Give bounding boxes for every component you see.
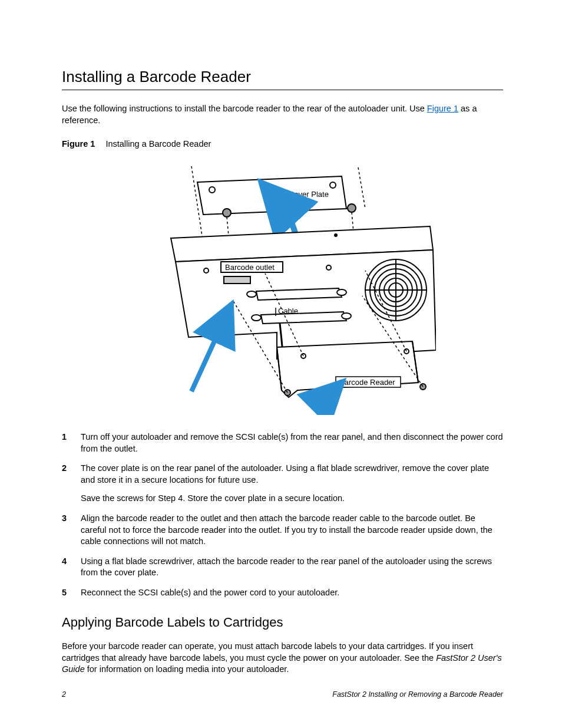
step-2-text: The cover plate is on the rear panel of …	[81, 463, 489, 485]
subsection-heading: Applying Barcode Labels to Cartridges	[62, 615, 503, 630]
svg-point-11	[326, 265, 331, 270]
figure-1-diagram: Cover Plate	[130, 156, 436, 415]
svg-point-3	[348, 204, 356, 212]
step-4: Using a flat blade screwdriver, attach t…	[62, 556, 503, 579]
svg-point-1	[330, 182, 336, 188]
svg-line-5	[358, 167, 365, 209]
step-1-text: Turn off your autoloader and remove the …	[81, 432, 503, 453]
step-2: The cover plate is on the rear panel of …	[62, 463, 503, 505]
figure-caption-text: Installing a Barcode Reader	[105, 139, 211, 149]
svg-point-10	[204, 268, 209, 273]
step-1: Turn off your autoloader and remove the …	[62, 431, 503, 454]
svg-point-0	[209, 187, 215, 193]
figure-label: Figure 1	[62, 139, 95, 149]
step-5-text: Reconnect the SCSI cable(s) and the powe…	[81, 588, 339, 597]
step-3-text: Align the barcode reader to the outlet a…	[81, 513, 492, 546]
barcode-reader-label: Barcode Reader	[339, 378, 395, 387]
subsection-body: Before your barcode reader can operate, …	[62, 641, 503, 676]
intro-text-1: Use the following instructions to instal…	[62, 104, 427, 113]
figure-caption: Figure 1Installing a Barcode Reader	[62, 139, 503, 149]
footer-title: FastStor 2 Installing or Removing a Barc…	[332, 690, 503, 699]
figure-1-link[interactable]: Figure 1	[427, 104, 458, 113]
svg-point-12	[335, 234, 337, 236]
barcode-outlet-label: Barcode outlet	[225, 263, 275, 272]
step-5: Reconnect the SCSI cable(s) and the powe…	[62, 587, 503, 599]
step-2-sub: Save the screws for Step 4. Store the co…	[81, 493, 503, 505]
intro-paragraph: Use the following instructions to instal…	[62, 103, 503, 126]
svg-point-13	[247, 291, 256, 297]
svg-point-16	[342, 313, 351, 319]
svg-point-14	[337, 289, 346, 295]
cover-plate-label: Cover Plate	[289, 190, 329, 199]
installation-steps: Turn off your autoloader and remove the …	[62, 431, 503, 598]
body2-text-1: Before your barcode reader can operate, …	[62, 641, 473, 663]
svg-point-15	[252, 315, 261, 321]
page-footer: 2 FastStor 2 Installing or Removing a Ba…	[62, 690, 503, 699]
step-3: Align the barcode reader to the outlet a…	[62, 513, 503, 548]
section-heading: Installing a Barcode Reader	[62, 68, 503, 90]
step-4-text: Using a flat blade screwdriver, attach t…	[81, 556, 492, 578]
body2-text-2: for information on loading media into yo…	[85, 664, 289, 674]
svg-rect-9	[224, 276, 250, 284]
svg-point-2	[223, 209, 231, 217]
page-number: 2	[62, 690, 66, 699]
